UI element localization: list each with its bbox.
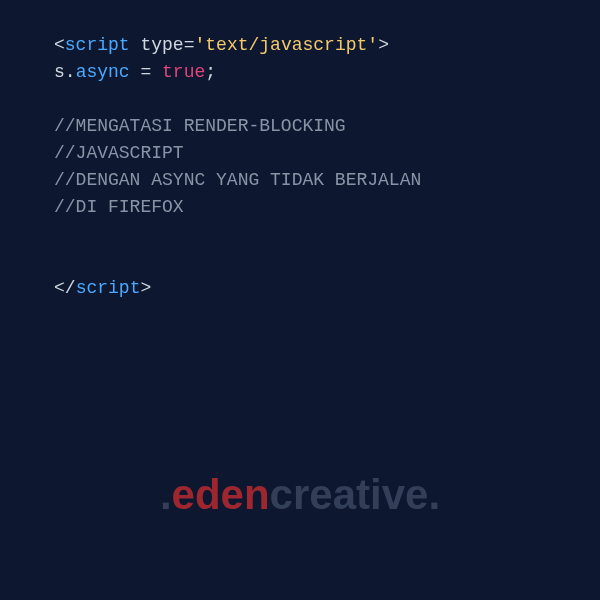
tag-script-close: script: [76, 278, 141, 298]
angle-close: >: [378, 35, 389, 55]
quote-open: ': [194, 35, 205, 55]
watermark-eden: eden: [172, 471, 270, 518]
stmt-value: true: [162, 62, 205, 82]
comment-prefix: //: [54, 170, 76, 190]
comment-text-1: MENGATASI RENDER-BLOCKING: [76, 116, 346, 136]
watermark-logo: .edencreative.: [0, 463, 600, 526]
angle-open: <: [54, 278, 65, 298]
blank-line: [54, 221, 600, 248]
comment-text-4: DI FIREFOX: [76, 197, 184, 217]
angle-open: <: [54, 35, 65, 55]
code-line-comment-3: //DENGAN ASYNC YANG TIDAK BERJALAN: [54, 167, 600, 194]
watermark-creative: creative: [270, 471, 429, 518]
watermark-dot-right: .: [428, 471, 440, 518]
attr-type-value: text/javascript: [205, 35, 367, 55]
blank-line: [54, 86, 600, 113]
blank-line: [54, 248, 600, 275]
quote-close: ': [367, 35, 378, 55]
code-line-comment-2: //JAVASCRIPT: [54, 140, 600, 167]
comment-prefix: //: [54, 116, 76, 136]
code-line-close-tag: </script>: [54, 275, 600, 302]
stmt-object: s: [54, 62, 65, 82]
semicolon: ;: [205, 62, 216, 82]
code-line-comment-4: //DI FIREFOX: [54, 194, 600, 221]
code-snippet: <script type='text/javascript'> s.async …: [0, 0, 600, 302]
slash: /: [65, 278, 76, 298]
code-line-statement: s.async = true;: [54, 59, 600, 86]
comment-prefix: //: [54, 197, 76, 217]
tag-script: script: [65, 35, 130, 55]
stmt-property: async: [76, 62, 130, 82]
attr-type: type: [140, 35, 183, 55]
code-line-open-tag: <script type='text/javascript'>: [54, 32, 600, 59]
code-line-comment-1: //MENGATASI RENDER-BLOCKING: [54, 113, 600, 140]
comment-text-3: DENGAN ASYNC YANG TIDAK BERJALAN: [76, 170, 422, 190]
assign: =: [130, 62, 162, 82]
equals: =: [184, 35, 195, 55]
dot: .: [65, 62, 76, 82]
comment-prefix: //: [54, 143, 76, 163]
angle-close: >: [140, 278, 151, 298]
comment-text-2: JAVASCRIPT: [76, 143, 184, 163]
space: [130, 35, 141, 55]
watermark-dot-left: .: [160, 471, 172, 518]
